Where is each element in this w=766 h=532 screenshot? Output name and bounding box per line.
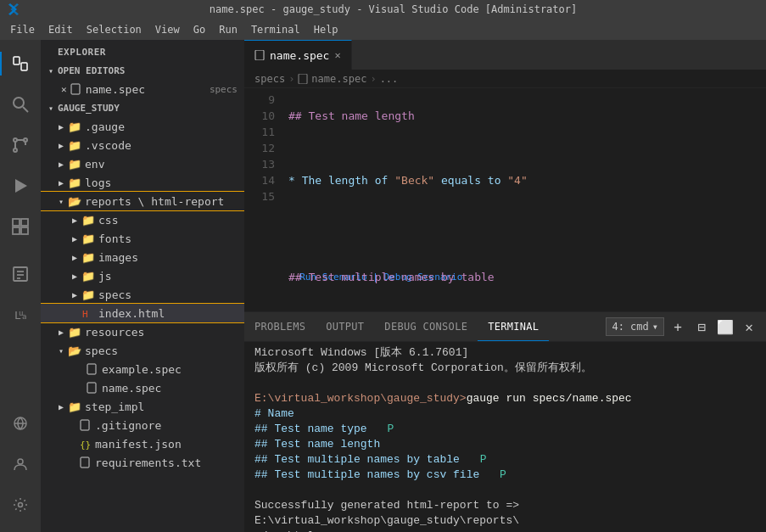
menu-help[interactable]: Help: [307, 22, 345, 37]
tab-name-spec[interactable]: name.spec ✕: [244, 40, 352, 70]
gitignore-icon: [78, 418, 92, 432]
breadcrumb: specs › name.spec › ...: [244, 70, 766, 88]
folder-reports[interactable]: ▾ 📂 reports \ html-report: [41, 192, 244, 210]
menu-terminal[interactable]: Terminal: [244, 22, 307, 37]
folder-resources[interactable]: ▶ 📁 resources: [41, 322, 244, 341]
svg-rect-8: [13, 219, 20, 226]
terminal-selector[interactable]: 4: cmd ▾: [606, 317, 664, 336]
step-impl-label: step_impl: [85, 400, 238, 413]
menu-selection[interactable]: Selection: [80, 22, 148, 37]
tab-problems[interactable]: PROBLEMS: [244, 312, 316, 341]
settings-activity-icon[interactable]: [0, 484, 41, 525]
folder-css[interactable]: ▶ 📁 css: [41, 210, 244, 229]
breadcrumb-filename[interactable]: name.spec: [311, 73, 366, 85]
terminal-cmd: gauge run specs/name.spec: [467, 392, 632, 405]
add-terminal-button[interactable]: +: [668, 316, 688, 337]
tab-output[interactable]: OUTPUT: [316, 312, 374, 341]
images-folder-icon: 📁: [81, 250, 95, 264]
folder-env[interactable]: ▶ 📁 env: [41, 154, 244, 173]
tab-filename: name.spec: [270, 49, 329, 62]
specs-top-arrow: ▾: [54, 344, 68, 357]
code-content[interactable]: ## Test name length * The length of "Bec…: [282, 88, 766, 311]
file-gitignore[interactable]: ▶ .gitignore: [41, 416, 244, 434]
menu-edit[interactable]: Edit: [42, 22, 80, 37]
breadcrumb-more[interactable]: ...: [380, 73, 399, 85]
example-spec-label: example.spec: [102, 363, 238, 376]
gauge-folder-icon: 📁: [68, 120, 81, 133]
terminal-line-1: Microsoft Windows [版本 6.1.7601]: [254, 345, 756, 361]
folder-specs-sub[interactable]: ▶ 📁 specs: [41, 285, 244, 304]
tab-file-icon: [254, 50, 265, 60]
terminal-line-3: [254, 376, 756, 391]
folder-specs-top[interactable]: ▾ 📂 specs: [41, 341, 244, 360]
code-editor[interactable]: 9 10 11 12 13 14 15 ## Test name length …: [244, 88, 766, 311]
remote-activity-icon[interactable]: [0, 403, 41, 444]
tab-close-icon[interactable]: ✕: [334, 49, 340, 61]
images-label: images: [98, 251, 238, 264]
svg-rect-22: [71, 84, 80, 94]
gauge-study-root[interactable]: ▾ GAUGE_STUDY: [41, 98, 244, 117]
folder-logs[interactable]: ▶ 📁 logs: [41, 173, 244, 192]
file-requirements-txt[interactable]: ▶ requirements.txt: [41, 453, 244, 472]
folder-fonts[interactable]: ▶ 📁 fonts: [41, 229, 244, 248]
terminal-content[interactable]: Microsoft Windows [版本 6.1.7601] 版权所有 (c)…: [244, 342, 766, 532]
terminal-line-10: [254, 483, 756, 498]
terminal-test-name-length: ## Test name length: [254, 438, 380, 451]
folder-step-impl[interactable]: ▶ 📁 step_impl: [41, 397, 244, 416]
file-example-spec[interactable]: ▶ example.spec: [41, 360, 244, 378]
menu-go[interactable]: Go: [187, 22, 212, 37]
menu-view[interactable]: View: [148, 22, 187, 37]
logs-folder-icon: 📁: [68, 176, 81, 189]
todo-activity-icon[interactable]: [0, 254, 41, 294]
code-line-10: [288, 140, 759, 156]
run-debug-activity-icon[interactable]: [0, 165, 41, 206]
code-line-12: [288, 204, 759, 221]
resources-arrow: ▶: [54, 325, 68, 339]
terminal-line-9: ## Test multiple names by csv file P: [254, 468, 756, 483]
terminal-line-7: ## Test name length: [254, 437, 756, 452]
codelens-spacer: [303, 255, 326, 266]
open-editor-filename: name.spec: [86, 83, 206, 96]
maximize-panel-button[interactable]: ⬜: [715, 316, 735, 337]
folder-gauge[interactable]: ▶ 📁 .gauge: [41, 117, 244, 136]
menu-file[interactable]: File: [3, 22, 42, 37]
explorer-activity-icon[interactable]: [0, 43, 41, 84]
file-index-html[interactable]: ▶ H index.html: [41, 304, 244, 322]
folder-js[interactable]: ▶ 📁 js: [41, 266, 244, 285]
open-editor-name-spec[interactable]: ✕ name.spec specs: [41, 80, 244, 98]
gitignore-label: .gitignore: [95, 419, 238, 432]
env-folder-icon: 📁: [68, 157, 81, 171]
extensions-activity-icon[interactable]: [0, 206, 41, 247]
code-line-13: ## Test multiple names by table: [288, 271, 495, 283]
terminal-test-name-type-pass: P: [387, 423, 394, 435]
breadcrumb-sep1: ›: [288, 73, 294, 85]
close-panel-button[interactable]: ✕: [739, 316, 759, 337]
folder-images[interactable]: ▶ 📁 images: [41, 248, 244, 266]
svg-point-20: [18, 459, 23, 464]
account-activity-icon[interactable]: [0, 444, 41, 484]
menu-run[interactable]: Run: [212, 22, 244, 37]
tab-terminal[interactable]: TERMINAL: [478, 312, 549, 341]
breadcrumb-specs[interactable]: specs: [254, 73, 285, 85]
folder-vscode[interactable]: ▶ 📁 .vscode: [41, 136, 244, 154]
step-impl-arrow: ▶: [54, 400, 68, 413]
specs-sub-icon: 📁: [81, 288, 95, 301]
open-editors-section[interactable]: ▾ OPEN EDITORS: [41, 61, 244, 80]
split-terminal-button[interactable]: ⊟: [691, 316, 712, 337]
open-editors-arrow: ▾: [44, 64, 58, 77]
window-title: name.spec - gauge_study - Visual Studio …: [27, 3, 759, 15]
search-activity-icon[interactable]: [0, 84, 41, 125]
close-editor-icon[interactable]: ✕: [61, 84, 67, 95]
svg-point-4: [14, 138, 17, 142]
file-manifest-json[interactable]: ▶ {} manifest.json: [41, 434, 244, 453]
lua-activity-icon[interactable]: Lua: [0, 294, 41, 335]
svg-marker-7: [15, 179, 27, 193]
terminal-panel: PROBLEMS OUTPUT DEBUG CONSOLE TERMINAL 4…: [244, 311, 766, 532]
svg-rect-1: [21, 63, 27, 70]
source-control-activity-icon[interactable]: [0, 125, 41, 165]
fonts-label: fonts: [98, 232, 238, 245]
sidebar: EXPLORER ▾ OPEN EDITORS ✕ name.spec spec…: [41, 40, 244, 532]
manifest-icon: {}: [78, 437, 92, 451]
file-name-spec[interactable]: ▶ name.spec: [41, 378, 244, 397]
tab-debug-console[interactable]: DEBUG CONSOLE: [374, 312, 478, 341]
